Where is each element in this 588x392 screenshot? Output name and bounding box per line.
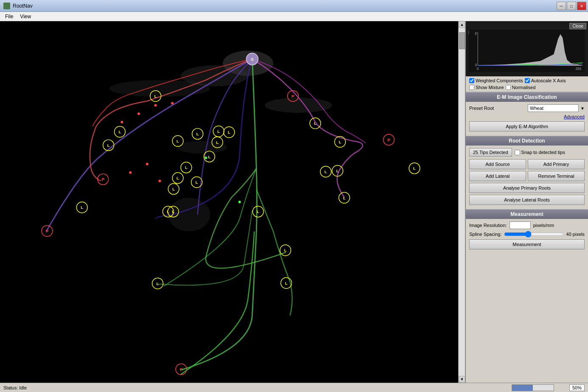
svg-text:P: P [101, 177, 104, 182]
histogram-panel: Close p p 0 0 255 [466, 21, 588, 76]
right-panel: Close p p 0 0 255 [465, 21, 588, 383]
svg-text:L: L [217, 129, 220, 134]
svg-point-7 [120, 121, 123, 123]
app-title: RootNav [13, 3, 33, 9]
root-detection-content: 25 Tips Detected Snap to detected tips A… [466, 146, 588, 209]
spline-row: Spline Spacing: 40 pixels [469, 232, 585, 237]
svg-text:L: L [285, 281, 288, 286]
remove-terminal-button[interactable]: Remove Terminal [528, 171, 585, 181]
svg-text:L: L [325, 169, 327, 174]
canvas-area[interactable]: S L L L L L L L L L L L [0, 21, 458, 383]
maximize-button[interactable]: □ [567, 2, 576, 10]
svg-text:L: L [336, 168, 339, 173]
resolution-label: Image Resolution: [469, 223, 507, 228]
svg-text:P: P [387, 137, 390, 142]
svg-text:p: p [475, 31, 477, 35]
close-button[interactable]: ✕ [577, 2, 586, 10]
add-source-button[interactable]: Add Source [469, 159, 526, 169]
snap-label[interactable]: Snap to detected tips [515, 150, 565, 155]
vertical-scrollbar[interactable]: ▲ ▼ [458, 21, 465, 383]
analyse-primary-button[interactable]: Analyse Primary Roots [469, 183, 585, 193]
add-lateral-button[interactable]: Add Lateral [469, 171, 526, 181]
svg-text:P: P [46, 229, 49, 233]
svg-text:L: L [107, 143, 110, 148]
zoom-fill [512, 385, 533, 391]
resolution-unit: pixels/mm [533, 223, 554, 228]
histogram-close-button[interactable]: Close [569, 23, 586, 29]
svg-point-15 [238, 201, 241, 203]
em-section-header: E-M Image Classification [466, 92, 588, 102]
title-bar: RootNav ─ □ ✕ [0, 0, 588, 12]
root-canvas: S L L L L L L L L L L L [0, 21, 458, 383]
svg-text:P: P [180, 367, 183, 372]
window-controls: ─ □ ✕ [557, 2, 586, 10]
svg-text:255: 255 [575, 67, 581, 71]
analyse-lateral-button[interactable]: Analyse Lateral Roots [469, 195, 585, 205]
svg-point-10 [171, 102, 174, 104]
svg-text:L: L [216, 140, 218, 145]
preset-row: Preset Root Wheat Arabidopsis Custom ▼ [469, 104, 585, 112]
svg-point-14 [205, 157, 207, 159]
svg-point-3 [109, 80, 210, 97]
menu-view[interactable]: View [17, 13, 34, 20]
normalised-checkbox[interactable] [506, 85, 511, 90]
svg-text:L: L [81, 205, 83, 210]
svg-point-8 [137, 112, 140, 115]
show-mixture-checkbox[interactable] [469, 85, 474, 90]
weighted-components-checkbox[interactable] [469, 78, 474, 83]
svg-text:L: L [118, 129, 121, 134]
svg-text:P: P [291, 94, 294, 98]
svg-text:L: L [257, 209, 259, 214]
status-text: Status: Idle [3, 385, 27, 390]
tips-detected-badge: 25 Tips Detected [469, 148, 512, 157]
minimize-button[interactable]: ─ [557, 2, 566, 10]
svg-text:L: L [413, 166, 416, 171]
svg-point-4 [265, 98, 332, 113]
svg-text:L: L [196, 180, 198, 185]
autoscale-x-checkbox[interactable] [525, 78, 530, 83]
svg-text:L: L [176, 139, 179, 143]
scroll-thumb[interactable] [459, 32, 465, 49]
resolution-row: Image Resolution: pixels/mm [469, 221, 585, 229]
advanced-link[interactable]: Advanced [564, 114, 585, 119]
svg-text:L: L [228, 130, 230, 134]
svg-text:0: 0 [477, 67, 479, 71]
normalised-label[interactable]: Normalised [506, 85, 536, 90]
scroll-down-btn[interactable]: ▼ [459, 376, 465, 383]
spline-slider[interactable] [504, 232, 563, 237]
svg-text:L: L [208, 154, 210, 159]
histogram-canvas: p 0 0 255 [468, 30, 586, 72]
svg-text:L: L [157, 281, 159, 286]
menu-file[interactable]: File [2, 13, 17, 20]
status-bar: Status: Idle 50% [0, 383, 588, 392]
scroll-track[interactable] [459, 28, 465, 376]
svg-text:L: L [284, 248, 287, 252]
em-panel-content: Preset Root Wheat Arabidopsis Custom ▼ A… [466, 102, 588, 136]
weighted-components-label[interactable]: Weighted Components [469, 78, 523, 83]
measurement-button[interactable]: Measurement [469, 239, 585, 249]
snap-checkbox[interactable] [515, 150, 520, 155]
svg-point-12 [129, 171, 132, 174]
svg-text:L: L [172, 209, 174, 214]
autoscale-x-label[interactable]: Autoscale X Axis [525, 78, 566, 83]
svg-text:L: L [314, 121, 316, 126]
measurement-header: Measurement [466, 209, 588, 219]
add-buttons-row: Add Source Add Primary [469, 159, 585, 169]
svg-text:L: L [185, 165, 188, 170]
svg-point-13 [159, 179, 161, 182]
resolution-input[interactable] [510, 221, 531, 229]
preset-select[interactable]: Wheat Arabidopsis Custom [528, 104, 579, 112]
scroll-up-btn[interactable]: ▲ [459, 21, 465, 28]
svg-text:L: L [196, 132, 199, 136]
zoom-bar [512, 384, 554, 391]
apply-em-button[interactable]: Apply E-M Algorithm [469, 121, 585, 132]
main-container: S L L L L L L L L L L L [0, 21, 588, 383]
svg-text:L: L [343, 196, 345, 200]
svg-point-11 [146, 163, 148, 165]
show-mixture-label[interactable]: Show Mixture [469, 85, 504, 90]
svg-text:L: L [172, 187, 175, 191]
root-detection-header: Root Detection [466, 136, 588, 146]
zoom-indicator: 50% [569, 384, 585, 391]
menu-bar: File View [0, 12, 588, 21]
add-primary-button[interactable]: Add Primary [528, 159, 585, 169]
